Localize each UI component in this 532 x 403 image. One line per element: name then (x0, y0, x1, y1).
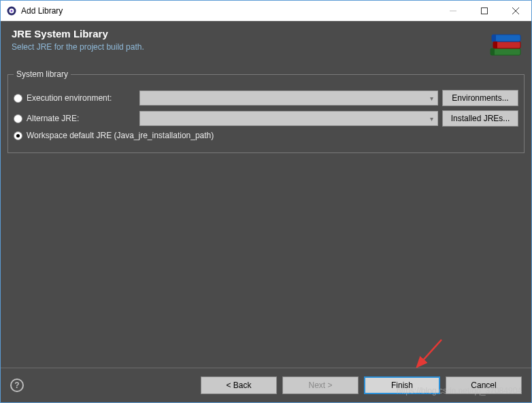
close-button[interactable] (500, 1, 531, 21)
next-button: Next > (282, 376, 359, 394)
chevron-down-icon: ▾ (430, 95, 433, 102)
option-row-alt-jre: Alternate JRE: ▾ Installed JREs... (14, 110, 518, 127)
system-library-fieldset: System library Execution environment: ▾ … (7, 69, 525, 153)
radio-workspace-default[interactable] (14, 131, 22, 140)
svg-rect-11 (493, 42, 497, 48)
svg-rect-9 (492, 35, 520, 42)
help-icon[interactable]: ? (10, 378, 24, 392)
library-books-icon (486, 25, 525, 65)
environments-button[interactable]: Environments... (442, 90, 518, 106)
option-row-exec-env: Execution environment: ▾ Environments... (14, 90, 518, 106)
wizard-banner: JRE System Library Select JRE for the pr… (1, 21, 531, 61)
app-icon (6, 5, 17, 16)
radio-exec-env[interactable] (14, 94, 22, 103)
combo-alt-jre[interactable]: ▾ (139, 111, 438, 126)
cancel-button[interactable]: Cancel (446, 376, 522, 394)
maximize-button[interactable] (469, 1, 500, 21)
chevron-down-icon: ▾ (430, 115, 433, 123)
radio-alt-jre[interactable] (14, 114, 22, 123)
svg-rect-12 (492, 35, 496, 42)
titlebar[interactable]: Add Library (1, 1, 531, 21)
svg-rect-7 (491, 48, 520, 55)
window-title: Add Library (21, 6, 63, 16)
banner-subheading: Select JRE for the project build path. (12, 42, 520, 52)
installed-jres-button[interactable]: Installed JREs... (442, 110, 518, 127)
minimize-button (437, 1, 469, 21)
back-button[interactable]: < Back (201, 376, 277, 394)
combo-exec-env[interactable]: ▾ (139, 91, 438, 106)
label-alt-jre: Alternate JRE: (27, 114, 135, 123)
option-row-workspace-default: Workspace default JRE (Java_jre_installa… (14, 131, 518, 140)
banner-heading: JRE System Library (12, 28, 520, 39)
dialog-window: Add Library JRE System Library Select JR… (0, 0, 532, 403)
svg-point-2 (11, 10, 13, 12)
svg-rect-4 (482, 7, 488, 14)
label-exec-env: Execution environment: (27, 93, 135, 103)
button-bar: ? < Back Next > Finish Cancel (1, 368, 531, 402)
label-workspace-default: Workspace default JRE (Java_jre_installa… (27, 131, 214, 140)
content-area: System library Execution environment: ▾ … (1, 61, 531, 368)
fieldset-legend: System library (14, 69, 71, 79)
finish-button[interactable]: Finish (364, 376, 440, 394)
svg-rect-10 (491, 48, 495, 55)
